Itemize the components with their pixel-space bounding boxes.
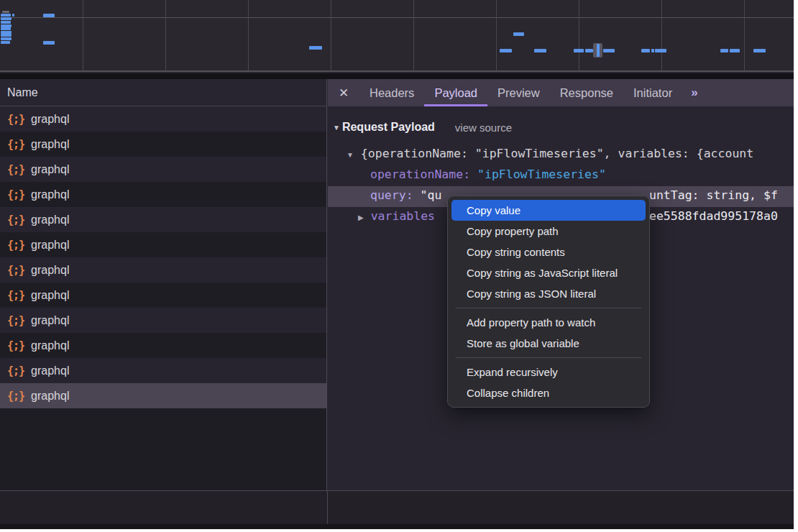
- request-row[interactable]: {;}graphql: [0, 132, 326, 157]
- tab-payload[interactable]: Payload: [424, 79, 487, 106]
- menu-item-expand-recursively[interactable]: Expand recursively: [451, 362, 646, 382]
- waterfall-separator: [0, 73, 794, 79]
- waterfall-request-bar: [43, 14, 55, 17]
- request-name: graphql: [31, 138, 69, 151]
- screenshot-stage: Name {;}graphql{;}graphql{;}graphql{;}gr…: [0, 0, 798, 532]
- waterfall-request-bar: [574, 49, 584, 52]
- payload-operationname-row[interactable]: operationName: "ipFlowTimeseries": [328, 165, 794, 186]
- query-key: query:: [370, 188, 421, 202]
- waterfall-gridline: [661, 0, 662, 70]
- waterfall-gridline: [165, 0, 166, 70]
- menu-item-copy-string-as-json-literal[interactable]: Copy string as JSON literal: [451, 283, 646, 304]
- waterfall-gridline: [744, 0, 745, 70]
- request-row[interactable]: {;}graphql: [0, 358, 326, 383]
- waterfall-request-bar: [1, 41, 10, 44]
- json-brackets-icon: {;}: [7, 314, 24, 327]
- waterfall-request-bar: [730, 49, 740, 52]
- request-row[interactable]: {;}graphql: [0, 182, 326, 207]
- waterfall-request-bar: [500, 49, 512, 52]
- request-name: graphql: [31, 339, 69, 352]
- tab-headers[interactable]: Headers: [359, 79, 424, 106]
- menu-item-store-as-global-variable[interactable]: Store as global variable: [451, 333, 646, 354]
- request-name: graphql: [31, 163, 69, 176]
- menu-item-copy-property-path[interactable]: Copy property path: [451, 221, 646, 242]
- request-name: graphql: [31, 214, 69, 226]
- waterfall-request-bar: [12, 14, 14, 17]
- json-brackets-icon: {;}: [7, 390, 24, 403]
- collapsed-triangle-icon[interactable]: ▶: [358, 214, 364, 221]
- request-row[interactable]: {;}graphql: [0, 232, 326, 257]
- waterfall-request-bar: [651, 49, 654, 52]
- waterfall-gridline: [413, 0, 414, 70]
- request-list: {;}graphql{;}graphql{;}graphql{;}graphql…: [0, 106, 326, 408]
- menu-item-copy-string-as-javascript-literal[interactable]: Copy string as JavaScript literal: [451, 262, 646, 283]
- tab-preview[interactable]: Preview: [487, 79, 550, 106]
- variables-value-right-fragment: ee5588fdad995178a0: [649, 209, 778, 223]
- menu-item-copy-value[interactable]: Copy value: [451, 200, 646, 221]
- json-brackets-icon: {;}: [7, 138, 24, 151]
- waterfall-request-bar: [2, 11, 9, 13]
- json-brackets-icon: {;}: [7, 188, 24, 201]
- request-row[interactable]: {;}graphql: [0, 333, 326, 358]
- tabs-container: HeadersPayloadPreviewResponseInitiator: [359, 79, 682, 106]
- request-row[interactable]: {;}graphql: [0, 308, 326, 333]
- waterfall-request-bar: [1, 34, 12, 37]
- waterfall-request-bar: [513, 32, 524, 36]
- waterfall-request-bar: [753, 49, 766, 52]
- json-brackets-icon: {;}: [7, 289, 24, 302]
- json-brackets-icon: {;}: [7, 339, 24, 352]
- request-row[interactable]: {;}graphql: [0, 283, 326, 308]
- menu-item-add-property-path-to-watch[interactable]: Add property path to watch: [451, 312, 646, 333]
- request-row[interactable]: {;}graphql: [0, 207, 326, 232]
- detail-tab-bar: ✕ HeadersPayloadPreviewResponseInitiator…: [328, 79, 794, 106]
- waterfall-request-bar: [641, 49, 650, 52]
- request-row[interactable]: {;}graphql: [0, 257, 326, 283]
- request-name: graphql: [31, 188, 69, 201]
- request-row[interactable]: {;}graphql: [0, 157, 326, 182]
- menu-item-copy-string-contents[interactable]: Copy string contents: [451, 242, 646, 262]
- json-brackets-icon: {;}: [7, 113, 24, 126]
- request-row[interactable]: {;}graphql: [0, 383, 326, 408]
- menu-item-collapse-children[interactable]: Collapse children: [451, 382, 646, 403]
- selected-request-marker-bar: [597, 44, 600, 57]
- context-menu: Copy valueCopy property pathCopy string …: [447, 196, 650, 408]
- json-brackets-icon: {;}: [7, 214, 24, 226]
- payload-root-row[interactable]: ▼ {operationName: "ipFlowTimeseries", va…: [328, 145, 794, 165]
- close-icon[interactable]: ✕: [328, 79, 359, 106]
- network-overview-waterfall[interactable]: [0, 0, 794, 72]
- request-name: graphql: [31, 113, 69, 126]
- waterfall-request-bar: [534, 49, 546, 52]
- network-request-table: Name {;}graphql{;}graphql{;}graphql{;}gr…: [0, 79, 327, 529]
- tab-initiator[interactable]: Initiator: [623, 79, 682, 106]
- operationname-value: "ipFlowTimeseries": [477, 168, 606, 181]
- waterfall-request-bar: [585, 49, 593, 52]
- waterfall-gridline: [83, 0, 83, 70]
- json-brackets-icon: {;}: [7, 364, 24, 377]
- tab-response[interactable]: Response: [550, 79, 623, 106]
- json-brackets-icon: {;}: [7, 239, 24, 252]
- request-row[interactable]: {;}graphql: [0, 106, 326, 132]
- query-value-left: "qu: [421, 188, 442, 202]
- bottom-strip: [0, 524, 794, 529]
- variables-key: variables: [371, 209, 435, 223]
- waterfall-gridline: [248, 0, 249, 70]
- waterfall-request-bar: [1, 21, 11, 24]
- more-tabs-chevron-icon[interactable]: »: [682, 79, 705, 106]
- request-name: graphql: [31, 289, 69, 302]
- waterfall-request-bar: [43, 41, 55, 45]
- section-expand-triangle-icon[interactable]: ▼: [333, 124, 340, 132]
- request-payload-title: ▼Request Payload: [333, 121, 435, 134]
- query-value-right-fragment: untTag: string, $f: [649, 188, 778, 202]
- request-name: graphql: [31, 364, 69, 377]
- devtools-window: Name {;}graphql{;}graphql{;}graphql{;}gr…: [0, 0, 794, 529]
- expand-triangle-icon[interactable]: ▼: [347, 151, 354, 159]
- request-name: graphql: [31, 390, 69, 403]
- waterfall-gridline: [331, 0, 331, 70]
- waterfall-request-bar: [1, 27, 11, 30]
- json-brackets-icon: {;}: [7, 163, 24, 176]
- waterfall-request-bar: [720, 49, 728, 52]
- request-payload-section-header[interactable]: ▼Request Payload view source: [328, 116, 512, 138]
- name-column-header[interactable]: Name: [0, 79, 326, 106]
- menu-divider: [456, 357, 641, 358]
- view-source-link[interactable]: view source: [455, 121, 512, 134]
